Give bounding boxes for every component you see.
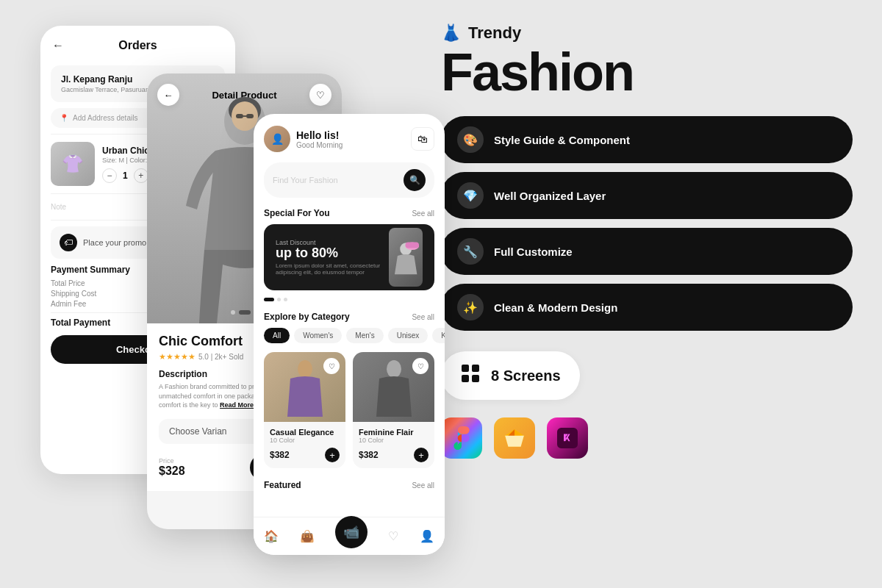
- product-card-1[interactable]: ♡ Casual Elegance 10 Color $382 +: [264, 352, 345, 468]
- organized-layer-icon: 💎: [457, 182, 484, 209]
- product-add-button-2[interactable]: +: [414, 448, 429, 462]
- nav-heart[interactable]: ♡: [388, 529, 398, 543]
- dot-2: [239, 310, 251, 315]
- nav-bag[interactable]: 👜: [300, 529, 315, 543]
- cat-tab-all[interactable]: All: [264, 328, 290, 343]
- special-title: Special For You: [264, 208, 330, 218]
- main-title: Fashion: [441, 46, 853, 98]
- cat-tab-womens[interactable]: Women's: [294, 328, 342, 343]
- product-card-price-1: $382: [270, 450, 290, 460]
- feature-button-full-customize[interactable]: 🔧 Full Customize: [441, 228, 853, 275]
- search-placeholder: Find Your Fashion: [273, 176, 338, 184]
- qty-decrease-button[interactable]: −: [102, 168, 117, 183]
- style-guide-label: Style Guide & Component: [494, 134, 630, 146]
- pin-icon: 📍: [60, 114, 68, 122]
- home-header: 👤 Hello Iis! Good Morning 🛍: [254, 114, 445, 158]
- nav-home[interactable]: 🏠: [264, 529, 279, 543]
- clean-design-label: Clean & Modern Design: [494, 301, 617, 314]
- featured-section-header: Featured See all: [254, 474, 445, 493]
- product-card-2[interactable]: ♡ Feminine Flair 10 Color $382 +: [353, 352, 434, 468]
- category-section-header: Explore by Category See all: [254, 306, 445, 325]
- brand-name: Trendy: [468, 24, 521, 43]
- svg-rect-11: [462, 365, 469, 372]
- promo-text: Place your promo: [83, 238, 146, 247]
- featured-title: Featured: [264, 480, 301, 490]
- feature-button-clean-design[interactable]: ✨ Clean & Modern Design: [441, 284, 853, 331]
- svg-marker-21: [505, 436, 524, 447]
- svg-point-15: [462, 434, 470, 442]
- product-card-meta-2: 10 Color: [359, 437, 429, 444]
- feature-button-organized-layer[interactable]: 💎 Well Organized Layer: [441, 172, 853, 219]
- favorite-icon-1[interactable]: ♡: [323, 358, 340, 374]
- back-icon[interactable]: ←: [52, 39, 64, 52]
- orders-header: ← Orders: [40, 26, 235, 60]
- screens-panel: ← Orders Jl. Kepang Ranju Gacmislaw Terr…: [0, 0, 412, 588]
- sketch-icon: [494, 417, 535, 459]
- product-card-name-2: Feminine Flair: [359, 428, 429, 437]
- greeting-sub: Good Morning: [296, 141, 343, 149]
- screens-label: 8 Screens: [491, 368, 561, 384]
- cat-tab-kids[interactable]: Kids: [432, 328, 445, 343]
- detail-product-name: Chic Comfort: [159, 334, 243, 349]
- product-card-img-1: ♡: [264, 352, 345, 422]
- svg-rect-8: [405, 242, 419, 248]
- discount-desc: Lorem ipsum dolor sit amet, consectetur …: [276, 262, 389, 276]
- favorite-icon-2[interactable]: ♡: [412, 358, 429, 374]
- feature-button-style-guide[interactable]: 🎨 Style Guide & Component: [441, 116, 853, 163]
- svg-rect-13: [462, 375, 469, 382]
- clean-design-icon: ✨: [457, 294, 484, 320]
- category-tabs: All Women's Men's Unisex Kids: [254, 325, 445, 346]
- price-display: $328: [159, 465, 185, 478]
- cart-button[interactable]: 🛍: [411, 127, 434, 151]
- right-panel: 👗 Trendy Fashion 🎨 Style Guide & Compone…: [412, 0, 882, 588]
- special-see-all[interactable]: See all: [412, 209, 434, 218]
- search-button[interactable]: 🔍: [404, 169, 426, 191]
- nav-profile[interactable]: 👤: [420, 529, 434, 543]
- product-image-placeholder: [51, 142, 95, 186]
- style-guide-icon: 🎨: [457, 126, 484, 153]
- svg-point-10: [387, 360, 401, 378]
- banner-dots: [254, 293, 445, 306]
- svg-rect-14: [472, 375, 479, 382]
- cat-tab-unisex[interactable]: Unisex: [388, 328, 429, 343]
- category-see-all[interactable]: See all: [412, 313, 434, 321]
- special-section-header: Special For You See all: [254, 202, 445, 221]
- banner-image: [389, 228, 423, 287]
- qty-number: 1: [123, 171, 128, 181]
- svg-point-9: [298, 360, 312, 378]
- add-address-text: Add Address details: [73, 114, 137, 122]
- full-customize-label: Full Customize: [494, 245, 573, 258]
- product-add-button-1[interactable]: +: [325, 448, 340, 462]
- organized-layer-label: Well Organized Layer: [494, 190, 606, 202]
- orders-title: Orders: [118, 39, 157, 52]
- qty-increase-button[interactable]: +: [134, 168, 148, 183]
- user-info: 👤 Hello Iis! Good Morning: [264, 126, 343, 152]
- product-grid: ♡ Casual Elegance 10 Color $382 +: [254, 346, 445, 474]
- discount-value: up to 80%: [276, 246, 389, 261]
- banner-dot-1: [264, 298, 274, 301]
- featured-see-all[interactable]: See all: [412, 481, 434, 490]
- feature-buttons: 🎨 Style Guide & Component 💎 Well Organiz…: [441, 116, 853, 331]
- product-card-img-2: ♡: [353, 352, 434, 422]
- svg-rect-3: [236, 114, 243, 118]
- product-card-price-2: $382: [359, 450, 379, 460]
- category-title: Explore by Category: [264, 312, 350, 322]
- stars: ★★★★★: [159, 352, 196, 362]
- bottom-nav: 🏠 👜 📹 ♡ 👤: [254, 517, 445, 555]
- figma-icon: [441, 417, 482, 459]
- product-card-meta-1: 10 Color: [270, 437, 340, 444]
- dot-1: [231, 310, 235, 315]
- discount-banner[interactable]: Last Discount up to 80% Lorem ipsum dolo…: [264, 224, 434, 290]
- screens-grid-icon: [460, 363, 481, 388]
- avatar: 👤: [264, 126, 290, 152]
- product-card-name-1: Casual Elegance: [270, 428, 340, 437]
- greeting-hello: Hello Iis!: [296, 129, 343, 141]
- promo-icon: 🏷: [60, 234, 77, 251]
- svg-rect-12: [472, 365, 479, 372]
- nav-camera-button[interactable]: 📹: [335, 516, 368, 548]
- search-bar[interactable]: Find Your Fashion 🔍: [264, 162, 434, 198]
- banner-dot-2: [277, 298, 281, 301]
- brand-header: 👗 Trendy: [441, 24, 853, 43]
- product-image: [51, 142, 95, 186]
- cat-tab-mens[interactable]: Men's: [346, 328, 383, 343]
